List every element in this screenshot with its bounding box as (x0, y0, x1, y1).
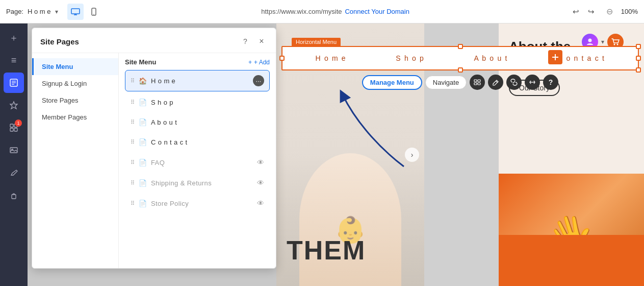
svg-rect-13 (10, 148, 17, 153)
undo-btn[interactable]: ↩ (569, 5, 583, 19)
canvas-menu-container: Horizontal Menu H o m e S h o p A b o u … (276, 38, 644, 90)
canvas-area: 👶 THEM › About thePlayground Our Story 🖐… (276, 23, 644, 286)
sidebar-pages-icon[interactable] (4, 73, 24, 93)
url-text: https://www.wix.com/mysite (261, 8, 342, 15)
panel-title: Site Pages (40, 37, 79, 46)
bottom-right-section (499, 235, 644, 286)
page-item-about[interactable]: ⠿ 📄 A b o u t (125, 113, 270, 131)
visibility-icon-faq[interactable]: 👁 (257, 158, 264, 166)
drag-handle-icon: ⠿ (131, 180, 135, 186)
sidebar-blog-icon[interactable] (4, 162, 24, 183)
page-name-faq: FAQ (151, 159, 165, 166)
undo-redo: ↩ ↪ (569, 5, 599, 19)
link-icon-btn[interactable] (506, 75, 522, 90)
resize-handle-top-right[interactable] (636, 44, 641, 49)
visibility-icon-shipping[interactable]: 👁 (257, 179, 264, 187)
panel-header-icons: ? × (239, 35, 268, 47)
drag-handle-icon: ⠿ (131, 159, 135, 166)
main-area: Site Pages ? × Site Menu Signup & Login … (28, 23, 644, 286)
page-selector[interactable]: Page: H o m e ▾ (6, 8, 58, 15)
menu-item-shop[interactable]: S h o p (388, 51, 432, 65)
about-page-icon: 📄 (139, 118, 147, 126)
panel-header: Site Pages ? × (32, 28, 276, 53)
menu-item-about[interactable]: A b o u t (466, 51, 517, 65)
page-name-home: H o m e (151, 77, 175, 85)
svg-rect-15 (12, 195, 16, 199)
page-name: H o m e (28, 8, 51, 15)
panel-help-btn[interactable]: ? (239, 35, 251, 47)
pages-list-area: Site Menu + + Add ⠿ 🏠 H o m e ··· (119, 53, 276, 268)
panel-nav-member-pages[interactable]: Member Pages (32, 109, 118, 126)
add-label: + Add (254, 59, 270, 66)
svg-rect-11 (10, 128, 13, 131)
page-item-shipping[interactable]: ⠿ 📄 Shipping & Returns 👁 (125, 174, 270, 192)
edit-icon-btn[interactable] (488, 75, 503, 90)
svg-rect-22 (478, 80, 480, 82)
desktop-device-btn[interactable] (67, 4, 84, 20)
page-label: Page: (6, 8, 23, 15)
layout-icon-btn[interactable] (470, 75, 485, 90)
svg-rect-23 (474, 83, 477, 85)
contact-page-icon: 📄 (139, 138, 147, 146)
device-icons (67, 4, 102, 20)
drag-handle-icon: ⠿ (131, 200, 135, 207)
drag-handle-icon: ⠿ (131, 139, 135, 146)
menu-toolbar: Manage Menu Navigate ? (362, 75, 558, 90)
sidebar-design-icon[interactable] (4, 95, 24, 115)
panel-close-btn[interactable]: × (255, 35, 268, 47)
resize-icon-btn[interactable] (525, 75, 540, 90)
page-item-shop[interactable]: ⠿ 📄 S h o p (125, 93, 270, 111)
add-page-btn[interactable]: + + Add (248, 59, 270, 66)
next-slide-btn[interactable]: › (405, 148, 419, 162)
vertical-expand-btn[interactable] (548, 50, 562, 64)
pages-list-header: Site Menu + + Add (125, 58, 270, 66)
resize-handle-left[interactable] (279, 56, 285, 61)
page-name-shop: S h o p (151, 99, 173, 106)
left-sidebar: ＋ ≡ 1 (0, 23, 28, 286)
page-name-shipping: Shipping & Returns (151, 179, 212, 187)
redo-btn[interactable]: ↪ (584, 5, 599, 19)
manage-menu-btn[interactable]: Manage Menu (362, 75, 422, 90)
page-name-store-policy: Store Policy (151, 200, 189, 207)
zoom-minus-btn[interactable]: ⊖ (603, 5, 617, 19)
resize-handle-right[interactable] (636, 56, 641, 61)
horizontal-menu-bar[interactable]: H o m e S h o p A b o u t C o n t a c t (281, 46, 639, 70)
resize-handle-bottom[interactable] (458, 67, 463, 73)
pages-list-title: Site Menu (125, 58, 156, 66)
panel-body: Site Menu Signup & Login Store Pages Mem… (32, 53, 276, 268)
home-page-icon: 🏠 (139, 77, 147, 85)
sidebar-menu-icon[interactable]: ≡ (4, 50, 24, 70)
svg-rect-24 (478, 83, 480, 85)
drag-handle-icon: ⠿ (131, 99, 135, 106)
navigate-btn[interactable]: Navigate (425, 76, 467, 89)
panel-nav-site-menu[interactable]: Site Menu (32, 58, 118, 75)
apps-badge: 1 (15, 120, 22, 127)
page-item-store-policy[interactable]: ⠿ 📄 Store Policy 👁 (125, 194, 270, 212)
sidebar-store-icon[interactable] (4, 185, 24, 205)
connect-domain-link[interactable]: Connect Your Domain (345, 8, 409, 15)
page-item-contact[interactable]: ⠿ 📄 C o n t a c t (125, 133, 270, 151)
page-item-faq[interactable]: ⠿ 📄 FAQ 👁 (125, 153, 270, 172)
resize-handle-bottom-right[interactable] (636, 67, 641, 73)
sidebar-add-icon[interactable]: ＋ (4, 28, 24, 48)
menu-item-home[interactable]: H o m e (307, 51, 355, 65)
shipping-page-icon: 📄 (139, 179, 147, 187)
chevron-down-icon[interactable]: ▾ (55, 8, 58, 15)
panel-nav-store-pages[interactable]: Store Pages (32, 92, 118, 109)
top-bar: Page: H o m e ▾ https://www.wix.com/mysi… (0, 0, 644, 23)
url-bar: https://www.wix.com/mysite Connect Your … (107, 8, 564, 15)
svg-line-25 (496, 81, 498, 83)
resize-handle-top[interactable] (458, 44, 463, 49)
help-icon-btn[interactable]: ? (543, 75, 558, 90)
sidebar-apps-icon[interactable]: 1 (4, 117, 24, 138)
panel-nav-signup-login[interactable]: Signup & Login (32, 75, 118, 92)
page-name-contact: C o n t a c t (151, 138, 188, 146)
page-item-home[interactable]: ⠿ 🏠 H o m e ··· (125, 70, 270, 91)
site-pages-panel: Site Pages ? × Site Menu Signup & Login … (32, 28, 276, 269)
home-more-btn[interactable]: ··· (253, 75, 264, 86)
svg-rect-12 (14, 128, 17, 131)
sidebar-media-icon[interactable] (4, 140, 24, 160)
faq-page-icon: 📄 (139, 159, 147, 166)
visibility-icon-store-policy[interactable]: 👁 (257, 199, 264, 207)
mobile-device-btn[interactable] (86, 4, 102, 20)
